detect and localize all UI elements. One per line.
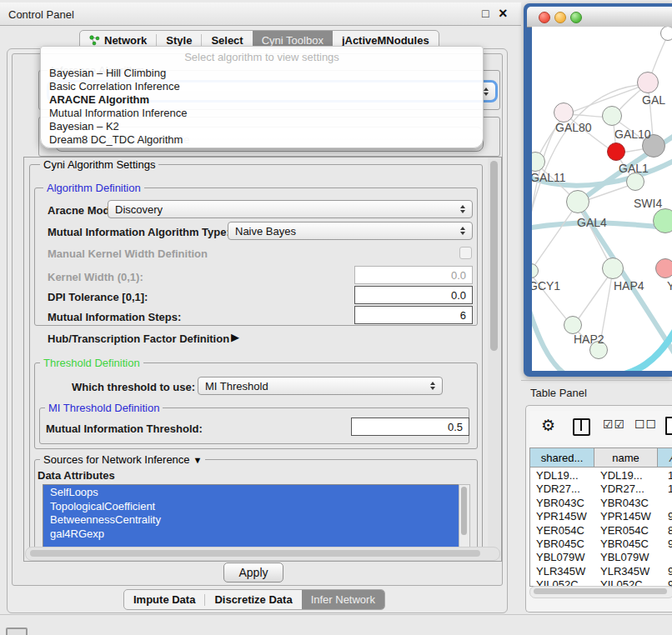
control-panel-titlebar: Control Panel □ × <box>0 2 521 26</box>
tab-discretize-data-label: Discretize Data <box>214 593 292 606</box>
dropdown-item-highlighted[interactable]: ARACNE Algorithm <box>49 93 149 106</box>
dropdown-item[interactable]: Basic Correlation Inference <box>49 80 180 92</box>
table-row[interactable]: YBR045CYBR045C9. <box>530 537 672 550</box>
dropdown-item[interactable]: Dream8 DC_TDC Algorithm <box>49 133 183 146</box>
stepper-icon <box>460 227 465 235</box>
dropdown-item[interactable]: Bayesian – K2 <box>49 120 119 132</box>
mi-threshold-label: Mutual Information Threshold: <box>46 422 203 435</box>
mi-steps-label: Mutual Information Steps: <box>48 311 181 323</box>
table-row[interactable]: YDR27...YDR27...12 <box>530 482 672 495</box>
cell: YPR145W <box>530 509 594 522</box>
collapse-closed-icon[interactable]: ▶ <box>231 331 239 343</box>
table-row[interactable]: YBR043CYBR043C <box>530 496 672 509</box>
list-item-selected[interactable]: TopologicalCoefficient <box>43 499 459 513</box>
column-header-name[interactable]: name <box>594 448 658 468</box>
network-node-swi4[interactable] <box>653 208 672 233</box>
cell: YER054C <box>530 523 594 537</box>
cell: YIL052C <box>530 578 594 586</box>
tab-style-label: Style <box>166 34 192 47</box>
apply-button[interactable]: Apply <box>223 562 283 582</box>
table-row[interactable]: YPR145WYPR145W9. <box>530 509 672 522</box>
settings-horizontal-scrollbar[interactable] <box>25 547 500 561</box>
manual-kernel-width-label: Manual Kernel Width Definition <box>48 248 208 260</box>
mi-threshold-field[interactable]: 0.5 <box>351 418 469 436</box>
node-label: HAP4 <box>614 279 644 292</box>
column-header-label: name <box>612 452 639 464</box>
table-row[interactable]: YBL079WYBL079W <box>530 550 672 563</box>
cell: YBR043C <box>594 496 660 509</box>
tab-infer-network[interactable]: Infer Network <box>302 590 384 609</box>
window-minimize-icon[interactable] <box>554 12 566 23</box>
window-close-icon[interactable] <box>539 12 550 23</box>
tab-infer-network-label: Infer Network <box>311 593 375 606</box>
cell: YBL079W <box>530 550 594 563</box>
network-node-gal10[interactable] <box>602 106 622 126</box>
network-window-titlebar[interactable] <box>527 7 672 28</box>
cell: YER054C <box>594 523 660 537</box>
table-row[interactable]: YER054CYER054C8. <box>530 523 672 537</box>
network-node[interactable] <box>637 72 659 93</box>
close-icon[interactable]: × <box>499 5 508 22</box>
table-row[interactable]: YIL052CYIL052C9 <box>530 578 672 586</box>
tab-impute-data[interactable]: Impute Data <box>124 590 204 609</box>
network-node-hap4[interactable] <box>602 258 624 279</box>
document-icon[interactable] <box>665 417 672 435</box>
collapsed-panel-button[interactable] <box>6 628 28 635</box>
unchecked-pair-icon[interactable]: ☐☐ <box>634 418 657 431</box>
control-panel-title: Control Panel <box>8 8 74 21</box>
network-node-gal1-selected[interactable] <box>607 142 625 161</box>
column-header-clipped[interactable]: A <box>658 448 672 468</box>
gear-icon[interactable]: ⚙ <box>541 416 555 435</box>
column-header-shared-name[interactable]: shared... <box>530 448 594 468</box>
mi-algorithm-type-combo[interactable]: Naive Bayes <box>228 222 473 240</box>
tab-discretize-data[interactable]: Discretize Data <box>205 590 301 609</box>
cell: YDL19... <box>594 468 660 482</box>
cell: YBR043C <box>530 496 594 509</box>
tab-network-label: Network <box>104 34 147 47</box>
network-node[interactable] <box>660 27 672 41</box>
float-window-icon[interactable]: □ <box>482 7 489 20</box>
cell: 12 <box>660 482 672 495</box>
control-panel: Control Panel □ × Network Style Select C… <box>0 0 521 614</box>
list-item-selected[interactable]: BetweennessCentrality <box>43 512 459 527</box>
network-canvas[interactable]: GAL GAL80 GAL10 GAL1 GAL11 SWI4 GAL4 GCY… <box>532 27 672 371</box>
table-panel-title: Table Panel <box>530 387 587 399</box>
which-threshold-combo[interactable]: MI Threshold <box>198 377 443 395</box>
kernel-width-field[interactable]: 0.0 <box>354 266 473 284</box>
dpi-tolerance-field[interactable]: 0.0 <box>354 286 473 304</box>
settings-vertical-scrollbar[interactable] <box>488 158 500 561</box>
table-horizontal-scrollbar[interactable] <box>529 586 672 598</box>
attributes-list-scrollbar[interactable] <box>459 484 470 552</box>
network-node[interactable] <box>626 172 644 191</box>
hub-section-label: Hub/Transcription Factor Definition <box>48 332 229 345</box>
algorithm-dropdown-popup: Select algorithm to view settings Bayesi… <box>40 46 484 148</box>
tab-jactivemnodules-label: jActiveMNodules <box>342 34 429 47</box>
table-toolbar: ⚙ ☑☑ ☐☐ <box>529 411 672 444</box>
mi-algorithm-type-label: Mutual Information Algorithm Type: <box>48 226 230 238</box>
dropdown-item[interactable]: Bayesian – Hill Climbing <box>49 67 166 79</box>
manual-kernel-width-checkbox[interactable] <box>459 247 472 259</box>
network-node-gal80[interactable] <box>554 102 574 122</box>
aracne-mode-combo[interactable]: Discovery <box>108 200 473 218</box>
tab-select-label: Select <box>211 34 243 47</box>
node-label: GCY1 <box>532 279 560 292</box>
window-zoom-icon[interactable] <box>570 12 582 23</box>
list-item-selected[interactable]: gal4RGexp <box>43 527 459 541</box>
table-row[interactable]: YDL19...YDL19...13 <box>530 468 672 482</box>
table-row[interactable]: YLR345WYLR345W9. <box>530 564 672 578</box>
network-node-hap2[interactable] <box>564 316 582 334</box>
dropdown-item[interactable]: Mutual Information Inference <box>49 107 187 119</box>
split-table-icon[interactable] <box>573 418 590 436</box>
stepper-icon <box>484 88 489 96</box>
network-node-gal4[interactable] <box>566 190 589 213</box>
cell <box>660 550 672 563</box>
checked-pair-icon[interactable]: ☑☑ <box>603 418 625 431</box>
list-item-selected[interactable]: SelfLoops <box>43 485 459 499</box>
collapse-open-icon[interactable]: ▼ <box>193 455 203 465</box>
table-panel: ⚙ ☑☑ ☐☐ shared... name A YDL19...YDL19..… <box>525 405 672 612</box>
table-body: YDL19...YDL19...13 YDR27...YDR27...12 YB… <box>530 468 672 586</box>
which-threshold-label: Which threshold to use: <box>72 381 195 393</box>
apply-button-label: Apply <box>238 566 268 579</box>
mi-steps-field[interactable]: 6 <box>354 306 473 324</box>
network-node[interactable] <box>655 258 672 278</box>
